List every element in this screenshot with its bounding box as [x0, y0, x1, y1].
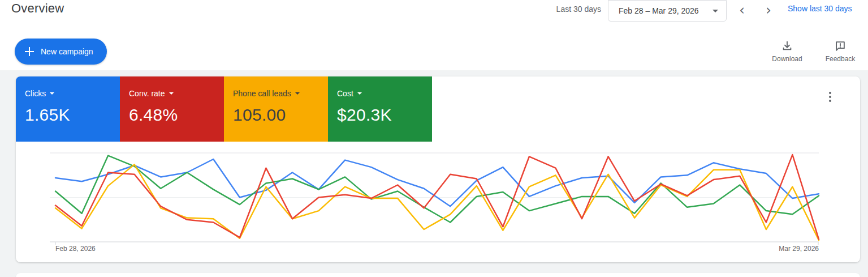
- chevron-down-icon[interactable]: [357, 92, 362, 95]
- scorecard-metric-value: 105.00: [233, 105, 319, 125]
- scorecard-metric-value: $20.3K: [337, 105, 423, 125]
- scorecard-metric-label: Conv. rate: [129, 89, 165, 98]
- scorecard-cost[interactable]: Cost $20.3K: [328, 76, 432, 142]
- scorecard-conv-rate[interactable]: Conv. rate 6.48%: [120, 76, 224, 142]
- scorecard-metric-label: Phone call leads: [233, 89, 291, 98]
- x-axis-end-label: Mar 29, 2026: [740, 245, 819, 253]
- feedback-icon: [834, 40, 847, 52]
- plus-icon: [25, 47, 34, 56]
- download-icon: [781, 40, 793, 52]
- chevron-down-icon[interactable]: [295, 92, 300, 95]
- next-section-card: [16, 273, 860, 277]
- google-ads-overview-screen: Overview Last 30 days Feb 28 – Mar 29, 2…: [0, 0, 868, 277]
- date-range-preset-label: Last 30 days: [556, 5, 601, 14]
- scorecard-metric-value: 6.48%: [129, 105, 215, 125]
- scorecard-phone-call-leads[interactable]: Phone call leads 105.00: [224, 76, 328, 142]
- feedback-label: Feedback: [821, 55, 860, 63]
- chevron-down-icon: [712, 10, 718, 12]
- scorecard-metric-label: Clicks: [25, 89, 46, 98]
- date-range-value: Feb 28 – Mar 29, 2026: [619, 6, 699, 15]
- download-button[interactable]: Download: [767, 40, 807, 63]
- next-period-button[interactable]: ›: [759, 1, 778, 20]
- scorecard-clicks[interactable]: Clicks 1.65K: [16, 76, 120, 142]
- scorecard-metric-value: 1.65K: [25, 105, 111, 125]
- download-label: Download: [767, 55, 807, 63]
- previous-period-button[interactable]: ‹: [732, 1, 752, 20]
- chevron-down-icon[interactable]: [50, 92, 54, 95]
- chevron-down-icon[interactable]: [169, 92, 174, 95]
- new-campaign-label: New campaign: [41, 47, 93, 56]
- new-campaign-button[interactable]: New campaign: [15, 39, 107, 65]
- date-range-picker[interactable]: Feb 28 – Mar 29, 2026: [608, 0, 727, 22]
- show-last-30-days-link[interactable]: Show last 30 days: [788, 4, 852, 13]
- x-axis-start-label: Feb 28, 2026: [55, 245, 96, 253]
- scorecard-row: Clicks 1.65K Conv. rate 6.48% Phone call…: [16, 76, 432, 142]
- page-title: Overview: [11, 1, 64, 16]
- feedback-button[interactable]: Feedback: [821, 40, 860, 63]
- card-more-options-button[interactable]: [820, 87, 840, 107]
- kebab-menu-icon: [829, 92, 831, 94]
- performance-line-chart[interactable]: [16, 144, 860, 258]
- scorecard-metric-label: Cost: [337, 89, 353, 98]
